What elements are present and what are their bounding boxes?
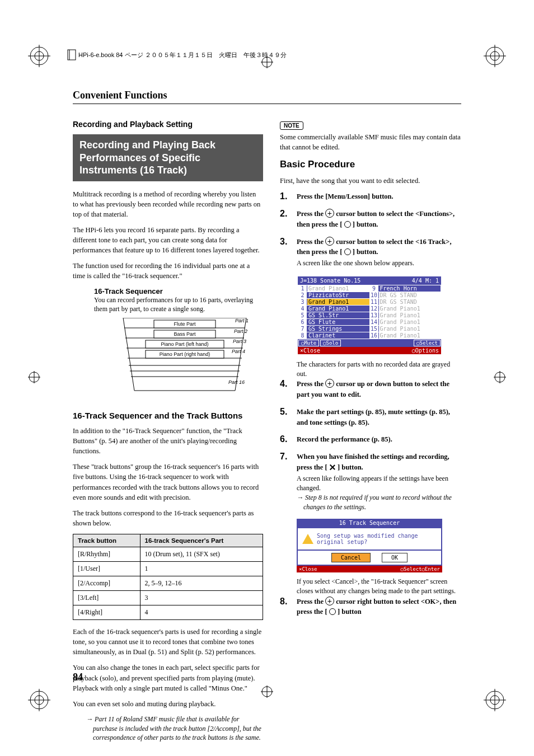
right-column: NOTE Some commercially available SMF mus… — [280, 120, 461, 743]
reg-mark-left — [28, 371, 40, 386]
diagram-box-4: Piano Part (right hand) — [160, 351, 210, 357]
sequencer-heading: 16-Track Sequencer — [94, 287, 263, 295]
th-1: 16-track Sequencer's Part — [140, 534, 263, 547]
crop-mark-br — [484, 689, 506, 711]
svg-rect-28 — [68, 50, 76, 60]
step-4: 4. Press the cursor up or down button to… — [280, 379, 461, 400]
para-4: In addition to the "16-Track Sequencer" … — [73, 426, 263, 456]
header-meta-text: HPi-6-e.book 84 ページ ２００５年１１月１５日 火曜日 午後３時… — [78, 51, 287, 59]
cancel-button[interactable]: Cancel — [331, 553, 371, 562]
warning-icon — [302, 534, 313, 544]
cursor-icon — [325, 597, 334, 605]
para-8: You can also change the tones in each pa… — [73, 663, 263, 693]
screen-confirm: 16 Track Sequencer Song setup was modifi… — [297, 519, 442, 572]
screen-cell: 10DR GS STAND — [370, 292, 441, 298]
diagram-box-2: Bass Part — [174, 331, 196, 337]
para-9: You can even set solo and muting during … — [73, 699, 263, 709]
crop-mark-tr — [484, 45, 506, 67]
diagram-label-1: Part 1 — [235, 318, 249, 323]
cursor-icon — [325, 379, 334, 388]
screen-cell: 13Grand Piano1 — [370, 312, 441, 318]
table-row: [R/Rhythm]10 (Drum set), 11 (SFX set) — [73, 547, 263, 562]
screen-cell: 5GS Sl.Str — [298, 312, 369, 318]
left-column: Recording and Playback Setting Recording… — [73, 120, 263, 743]
screen-cell: 4Grand Piano1 — [298, 306, 369, 312]
screen-16track: J=138 Sonate No.154/4 M: 1 1Grand Piano1… — [297, 275, 442, 355]
cursor-icon — [325, 237, 334, 246]
sequencer-body: You can record performances for up to 16… — [94, 295, 263, 313]
diagram-label-last: Part 16 — [228, 379, 245, 385]
step-5: 5. Make the part settings (p. 85), mute … — [280, 407, 461, 428]
screen-cell: 3Grand Piano1 — [298, 299, 369, 305]
cursor-icon — [325, 209, 334, 218]
screen-cell: 12Grand Piano1 — [370, 306, 441, 312]
diagram-label-4: Part 4 — [232, 349, 245, 354]
screen-cell: 1Grand Piano1 — [298, 285, 369, 292]
head-rule — [73, 104, 461, 104]
page-number: 84 — [73, 672, 83, 683]
intro-text: First, have the song that you want to ed… — [280, 176, 461, 186]
section-label: Recording and Playback Setting — [73, 120, 263, 129]
step-2: 2. Press the cursor button to select the… — [280, 209, 461, 230]
crop-mark-tl — [28, 45, 50, 67]
screen-cell: 11DR GS STAND — [370, 299, 441, 305]
step-1: 1. Press the [Menu/Lesson] button. — [280, 191, 461, 202]
header-meta: HPi-6-e.book 84 ページ ２００５年１１月１５日 火曜日 午後３時… — [67, 49, 287, 60]
reg-mark-bottom — [261, 685, 273, 700]
book-icon — [67, 49, 76, 60]
para-6: The track buttons correspond to the 16-t… — [73, 508, 263, 528]
step-3: 3. Press the cursor button to select the… — [280, 237, 461, 269]
circle-button-icon — [344, 248, 351, 255]
table-row: [3/Left]3 — [73, 591, 263, 605]
arrow-note-left: → Part 11 of Roland SMF music file that … — [86, 715, 263, 743]
para-5: These "track buttons" group the 16-track… — [73, 462, 263, 503]
step-8: 8. Press the cursor right button to sele… — [280, 597, 461, 618]
screen-cell: 14Grand Piano1 — [370, 319, 441, 325]
table-row: [4/Right]4 — [73, 605, 263, 620]
table-row: [2/Accomp]2, 5–9, 12–16 — [73, 576, 263, 591]
screen1-caption: The characters for parts with no recorde… — [297, 360, 461, 379]
screen-cell: 16Grand Piano1 — [370, 332, 441, 339]
cross-button-icon — [329, 464, 336, 471]
screen-cell: 2PizzicatoStr — [298, 292, 369, 298]
inverse-title: Recording and Playing Back Performances … — [79, 139, 256, 177]
para-2: The HPi-6 lets you record 16 separate pa… — [73, 225, 263, 255]
para-3: The function used for recording the 16 i… — [73, 261, 263, 281]
para-7: Each of the 16-track sequencer's parts i… — [73, 627, 263, 657]
ok-button[interactable]: OK — [382, 553, 407, 562]
step-6: 6. Record the performance (p. 85). — [280, 434, 461, 445]
screen-cell: 15Grand Piano1 — [370, 326, 441, 332]
diagram-label-2: Part 2 — [234, 328, 247, 334]
inverse-title-box: Recording and Playing Back Performances … — [73, 134, 263, 181]
diagram-box-1: Flute Part — [174, 321, 196, 327]
screen-cell: 9French Horn — [370, 285, 441, 292]
screen2-caption: If you select <Cancel>, the "16-track Se… — [297, 577, 461, 597]
screen-cell: 7GS Strings — [298, 326, 369, 332]
table-row: [1/User]1 — [73, 562, 263, 576]
circle-button-icon — [329, 608, 336, 615]
track-button-table: Track button 16-track Sequencer's Part [… — [73, 534, 263, 620]
note-text: Some commercially available SMF music fi… — [280, 132, 461, 152]
h2-basic-procedure: Basic Procedure — [280, 159, 461, 170]
para-1: Multitrack recording is a method of reco… — [73, 189, 263, 219]
running-head: Convenient Functions — [73, 90, 461, 101]
diagram-label-3: Part 3 — [233, 339, 246, 344]
crop-mark-bl — [28, 689, 50, 711]
step-7: 7. When you have finished the settings a… — [280, 452, 461, 512]
th-0: Track button — [73, 534, 140, 547]
screen-cell: 8Clarinet — [298, 332, 369, 339]
screen-cell: 6GS Flute — [298, 319, 369, 325]
note-label: NOTE — [280, 121, 303, 130]
h2-track-buttons: 16-Track Sequencer and the Track Buttons — [73, 411, 263, 420]
diagram-box-3: Piano Part (left hand) — [161, 341, 208, 347]
reg-mark-right — [494, 371, 506, 386]
circle-button-icon — [344, 221, 351, 228]
sequencer-diagram: Flute Part Part 1 Bass Part Part 2 Piano… — [106, 318, 263, 397]
